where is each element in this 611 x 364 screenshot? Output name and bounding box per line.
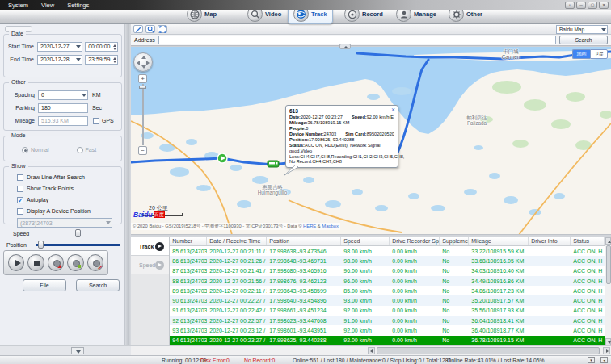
menu-settings[interactable]: Settings: [67, 2, 89, 9]
column-header-7[interactable]: Driver Info: [529, 237, 571, 245]
scroll-down-icon[interactable]: [605, 338, 611, 345]
zoom-slider-track[interactable]: [142, 84, 144, 145]
vehicle-marker[interactable]: [268, 161, 279, 167]
mileage-input[interactable]: [41, 117, 87, 125]
search-button[interactable]: Search: [76, 279, 120, 291]
device-select[interactable]: (2873)24703: [17, 218, 112, 228]
speed-slider-thumb[interactable]: [75, 229, 81, 237]
map-pan-control[interactable]: [133, 52, 153, 72]
vertical-splitter[interactable]: [125, 24, 131, 345]
window-maximize-button[interactable]: ▢: [588, 2, 597, 9]
tab-track[interactable]: Track: [131, 237, 169, 256]
device-select-value: (2873)24703: [20, 220, 53, 226]
step-button[interactable]: [67, 254, 83, 271]
mode-normal-radio[interactable]: [22, 147, 28, 153]
start-time-value: 00:00:00: [88, 44, 110, 49]
file-button[interactable]: File: [23, 279, 66, 291]
show-track-points-checkbox[interactable]: [17, 186, 23, 192]
column-header-6[interactable]: Mileage: [469, 237, 529, 245]
map-toolbar: Baidu Map: [131, 24, 611, 35]
position-slider[interactable]: [36, 241, 122, 249]
collapse-address-panel-button[interactable]: [339, 44, 351, 49]
fullscreen-tool-button[interactable]: [158, 25, 167, 33]
table-row[interactable]: 88 613(24703)2020-12-27 00:21:56 / 20217…: [170, 276, 605, 286]
pan-right-icon[interactable]: [146, 61, 150, 65]
column-header-2[interactable]: Position: [267, 237, 341, 245]
popup-close-icon[interactable]: ✕: [391, 107, 395, 112]
mapbox-link[interactable]: Mapbox: [322, 224, 339, 228]
map-canvas[interactable]: 卡门城Carmen 帕利萨达Palizada 惠曼吉略Huimanguillo …: [131, 46, 611, 234]
address-label: Address: [134, 37, 155, 43]
table-cell: 98.00 km/h: [341, 249, 390, 254]
table-row[interactable]: 87 613(24703)2020-12-27 00:21:41 / 20217…: [170, 266, 605, 276]
popup-date-line: Date:2020-12-27 00:23:27 Speed:92.00 km/…: [289, 115, 394, 120]
table-row[interactable]: 92 613(24703)2020-12-27 00:22:57 / 20217…: [170, 316, 605, 325]
table-row[interactable]: 93 613(24703)2020-12-27 00:23:12 / 20217…: [170, 325, 605, 335]
parking-input[interactable]: [41, 104, 87, 112]
column-header-0[interactable]: Number: [170, 237, 207, 245]
pan-left-icon[interactable]: [137, 61, 140, 65]
zoom-out-button[interactable]: −: [138, 146, 147, 155]
map-search-button[interactable]: Search: [559, 36, 608, 44]
zoom-tool-button[interactable]: [145, 25, 155, 33]
hscroll-thumb[interactable]: [377, 347, 600, 354]
autoplay-checkbox[interactable]: [17, 197, 23, 203]
pan-down-icon[interactable]: [141, 65, 146, 69]
track-start-marker[interactable]: [217, 153, 227, 163]
column-header-8[interactable]: Status: [571, 237, 605, 245]
table-row[interactable]: 89 613(24703)2020-12-27 00:22:11 / 20217…: [170, 286, 605, 295]
table-vertical-scrollbar[interactable]: [605, 237, 611, 345]
column-header-1[interactable]: Date / Receive Time: [207, 237, 267, 245]
table-row[interactable]: 91 613(24703)2020-12-27 00:22:42 / 20217…: [170, 306, 605, 316]
table-cell: 85.00 km/h: [341, 288, 390, 294]
pan-up-icon[interactable]: [141, 56, 146, 59]
column-header-3[interactable]: Speed: [341, 237, 390, 245]
spinner-arrows-icon[interactable]: [112, 56, 117, 64]
column-header-4[interactable]: Drive Recorder Speed: [390, 237, 440, 245]
table-horizontal-scrollbar[interactable]: [131, 346, 611, 355]
start-date-select[interactable]: 2020-12-27: [37, 42, 82, 52]
map-type-map-button[interactable]: 地图: [572, 49, 590, 59]
status-collapse-icon[interactable]: ◂: [600, 357, 608, 363]
draw-tool-button[interactable]: [133, 25, 143, 33]
vscroll-thumb[interactable]: [606, 245, 611, 284]
pause-button[interactable]: [48, 254, 64, 271]
zoom-in-button[interactable]: +: [138, 74, 147, 83]
menu-view[interactable]: View: [41, 2, 54, 9]
map-type-satellite-button[interactable]: 卫星: [590, 49, 608, 59]
end-time-spinner[interactable]: 23:59:59: [85, 55, 118, 65]
mode-fast-radio[interactable]: [77, 147, 83, 153]
table-row[interactable]: 85 613(24703)2020-12-27 00:21:11 / 20217…: [170, 246, 605, 256]
menu-system[interactable]: System: [8, 2, 28, 9]
replay-button[interactable]: ✓: [87, 254, 103, 271]
scroll-up-icon[interactable]: [605, 237, 611, 245]
draw-line-checkbox[interactable]: [17, 174, 23, 181]
end-date-select[interactable]: 2020-12-28: [37, 55, 82, 65]
here-link[interactable]: HERE: [303, 224, 316, 228]
table-row[interactable]: 94 613(24703)2020-12-27 00:23:27 / 20217…: [170, 336, 605, 345]
table-row[interactable]: 86 613(24703)2020-12-27 00:21:26 / 20217…: [170, 256, 605, 266]
tab-speed[interactable]: Speed: [131, 256, 169, 274]
window-minimize-button[interactable]: ─: [576, 2, 586, 9]
scroll-left-icon[interactable]: [368, 347, 375, 354]
status-tray-icon[interactable]: ▾: [588, 357, 595, 363]
column-header-5[interactable]: Supplement: [440, 237, 469, 245]
play-button[interactable]: [8, 254, 24, 271]
window-close-button[interactable]: ✕: [599, 2, 609, 9]
window-pin-button[interactable]: ▫: [565, 2, 575, 9]
sidebar-mini-dropdown[interactable]: [71, 347, 84, 354]
spacing-select[interactable]: 0: [38, 90, 88, 100]
display-device-position-checkbox[interactable]: [17, 208, 23, 215]
speed-slider[interactable]: [36, 229, 122, 237]
table-row[interactable]: 90 613(24703)2020-12-27 00:22:27 / 20217…: [170, 295, 605, 305]
gps-checkbox[interactable]: [93, 118, 99, 124]
position-slider-thumb[interactable]: [38, 241, 44, 249]
start-time-spinner[interactable]: 00:00:00: [85, 42, 118, 52]
stop-button[interactable]: [27, 254, 44, 271]
map-provider-select[interactable]: Baidu Map: [556, 25, 608, 34]
zoom-slider-thumb[interactable]: [139, 86, 146, 89]
vegetation-areas: [480, 81, 611, 150]
spinner-arrows-icon[interactable]: [112, 43, 117, 51]
address-input[interactable]: [158, 36, 556, 44]
scroll-right-icon[interactable]: [603, 347, 610, 354]
